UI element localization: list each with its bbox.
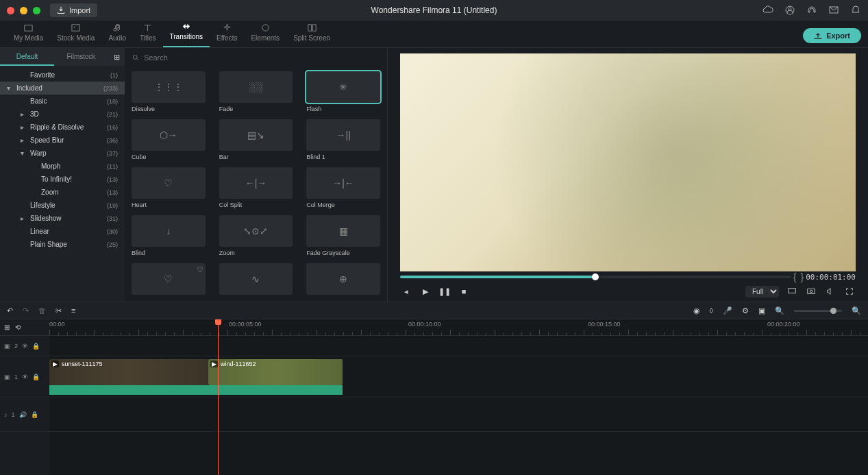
category-item[interactable]: Lifestyle(19): [0, 199, 125, 212]
transition-item[interactable]: ⬡→Cube: [132, 119, 206, 160]
prev-frame-button[interactable]: ◂: [400, 285, 412, 297]
transition-item[interactable]: ✳Flash: [306, 71, 380, 112]
transition-item[interactable]: ←|→Col Split: [219, 167, 293, 208]
transition-item[interactable]: ░░Fade: [219, 71, 293, 112]
time-ruler[interactable]: 00:0000:00:05:0000:00:10:0000:00:15:0000…: [49, 319, 868, 336]
track-header-v1[interactable]: ▣1 👁 🔒: [0, 356, 49, 398]
mixer-icon[interactable]: ⚙: [742, 306, 749, 315]
redo-icon[interactable]: ↷: [23, 306, 29, 315]
category-item[interactable]: ▸Slideshow(31): [0, 212, 125, 225]
eye-icon[interactable]: 👁: [22, 343, 28, 350]
pause-button[interactable]: ❚❚: [438, 285, 451, 297]
track-a1[interactable]: [49, 398, 868, 432]
fullscreen-icon[interactable]: [843, 285, 856, 297]
transition-item[interactable]: ∿: [219, 263, 293, 297]
maximize-window[interactable]: [33, 7, 40, 14]
tab-transitions[interactable]: Transitions: [163, 19, 210, 47]
category-item[interactable]: ▸3D(21): [0, 108, 125, 121]
category-item[interactable]: Linear(30): [0, 225, 125, 238]
tab-effects[interactable]: Effects: [210, 20, 244, 47]
eye-icon[interactable]: 👁: [22, 374, 28, 380]
clip[interactable]: ▶sunset-111175: [49, 359, 208, 385]
transition-item[interactable]: ⊕: [306, 263, 380, 297]
support-icon[interactable]: [806, 5, 817, 16]
split-icon[interactable]: ✂: [55, 306, 62, 315]
tab-titles[interactable]: Titles: [133, 20, 163, 47]
account-icon[interactable]: [784, 5, 795, 16]
category-item[interactable]: Basic(18): [0, 95, 125, 108]
transition-item[interactable]: ♡♡: [132, 263, 206, 297]
track-v2[interactable]: [49, 336, 868, 356]
snap-icon[interactable]: ⊞: [4, 324, 10, 331]
play-track[interactable]: [400, 276, 791, 278]
close-window[interactable]: [7, 7, 14, 14]
lock-icon[interactable]: 🔒: [32, 374, 40, 380]
category-item[interactable]: ▾Warp(37): [0, 147, 125, 160]
clip[interactable]: ▶wind-111652: [208, 359, 343, 385]
category-item[interactable]: Morph(11): [0, 160, 125, 173]
preview-viewport[interactable]: [400, 53, 856, 271]
grid-view-icon[interactable]: ⊞: [108, 48, 125, 66]
display-icon[interactable]: [786, 285, 798, 297]
transition-item[interactable]: ▦Fade Grayscale: [306, 215, 380, 256]
category-item[interactable]: Zoom(13): [0, 186, 125, 199]
volume-icon[interactable]: [824, 285, 836, 297]
play-handle[interactable]: [592, 273, 599, 280]
clip-audio-waveform[interactable]: [49, 385, 343, 395]
transition-item[interactable]: ▤↘Bar: [219, 119, 293, 160]
playbar[interactable]: { } 00:00:01:00: [400, 273, 856, 281]
zoom-out-icon[interactable]: 🔍: [775, 306, 784, 315]
import-button[interactable]: Import: [50, 3, 97, 17]
tab-elements[interactable]: Elements: [244, 20, 286, 47]
favorite-icon[interactable]: ♡: [197, 265, 203, 274]
cloud-icon[interactable]: [762, 5, 773, 16]
stop-button[interactable]: ■: [458, 285, 470, 297]
category-item[interactable]: ▾Included(233): [0, 82, 125, 95]
transition-item[interactable]: ⋮⋮⋮Dissolve: [132, 71, 206, 112]
link-icon[interactable]: ⟲: [15, 324, 21, 331]
lock-icon[interactable]: 🔒: [31, 411, 38, 418]
tab-filmstock[interactable]: Filmstock: [54, 48, 108, 66]
track-header-a1[interactable]: ♪1 🔊 🔒: [0, 398, 49, 432]
track-v1[interactable]: ▶sunset-111175▶wind-111652: [49, 356, 868, 398]
category-item[interactable]: Favorite(1): [0, 69, 125, 82]
tab-audio[interactable]: Audio: [101, 20, 133, 47]
transition-item[interactable]: →|←Col Merge: [306, 167, 380, 208]
transition-item[interactable]: ♡Heart: [132, 167, 206, 208]
category-item[interactable]: ▸Speed Blur(36): [0, 134, 125, 147]
category-item[interactable]: Plain Shape(25): [0, 238, 125, 251]
track-area[interactable]: 00:0000:00:05:0000:00:10:0000:00:15:0000…: [49, 319, 868, 475]
more-icon[interactable]: ≡: [71, 306, 75, 315]
tab-default[interactable]: Default: [0, 48, 54, 66]
category-item[interactable]: To Infinity!(13): [0, 173, 125, 186]
color-icon[interactable]: ◉: [693, 306, 700, 315]
crop-icon[interactable]: ▣: [758, 306, 765, 315]
voiceover-icon[interactable]: 🎤: [723, 306, 732, 315]
transition-item[interactable]: ⤡⊙⤢Zoom: [219, 215, 293, 256]
playhead[interactable]: [218, 319, 219, 475]
zoom-in-icon[interactable]: 🔍: [852, 306, 861, 315]
export-button[interactable]: Export: [803, 28, 861, 43]
message-icon[interactable]: [828, 5, 839, 16]
transition-item[interactable]: ↓Blind: [132, 215, 206, 256]
mute-icon[interactable]: 🔊: [19, 411, 27, 418]
zoom-slider[interactable]: [794, 310, 842, 312]
snapshot-icon[interactable]: [805, 285, 817, 297]
app-title: Wondershare Filmora 11 (Untitled): [371, 5, 497, 15]
notification-icon[interactable]: [850, 5, 861, 16]
minimize-window[interactable]: [20, 7, 27, 14]
tab-stock-media[interactable]: Stock Media: [50, 20, 101, 47]
quality-select[interactable]: Full: [745, 286, 779, 297]
undo-icon[interactable]: ↶: [7, 306, 13, 315]
category-label: Lifestyle: [30, 202, 55, 209]
category-item[interactable]: ▸Ripple & Dissolve(16): [0, 121, 125, 134]
transition-item[interactable]: →||Blind 1: [306, 119, 380, 160]
tab-split-screen[interactable]: Split Screen: [286, 20, 337, 47]
track-header-v2[interactable]: ▣2 👁 🔒: [0, 336, 49, 356]
lock-icon[interactable]: 🔒: [32, 343, 40, 350]
play-button[interactable]: ▶: [419, 285, 432, 297]
search-input[interactable]: [140, 53, 380, 62]
delete-icon[interactable]: 🗑: [38, 306, 46, 315]
marker-icon[interactable]: ◊: [710, 306, 713, 315]
tab-my-media[interactable]: My Media: [7, 20, 50, 47]
